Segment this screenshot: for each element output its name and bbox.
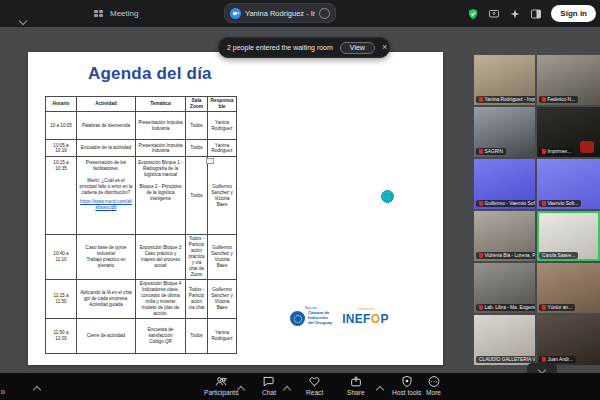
cell-actividad: Aplicando la IA en el chat gpt de cada e… [77, 280, 136, 319]
sign-in-button[interactable]: Sign in [551, 5, 596, 22]
cell-actividad: Encuadre de la actividad [77, 140, 136, 157]
gallery-icon [94, 10, 104, 18]
menti-link[interactable]: https://www.menti.com/alikbswvcq8i [79, 199, 133, 211]
muted-mic-icon [479, 201, 483, 206]
layout-panel-icon[interactable] [530, 8, 542, 20]
ciu-emblem-icon [290, 311, 305, 326]
col-header-sala-zoom: Sala Zoom [186, 97, 208, 112]
muted-mic-icon [542, 357, 546, 362]
ai-sparkle-icon[interactable] [509, 8, 521, 20]
waiting-room-message: 2 people entered the waiting room [227, 44, 333, 51]
video-tile[interactable]: Yúnior an... [537, 263, 600, 313]
cell-horario: 11:15 a 11:50 [46, 280, 77, 319]
video-tile[interactable]: Lab. Libra - Ma. Eugenia A... [474, 263, 535, 313]
cell-tematica: Presentación Impulsa Industria [136, 140, 186, 157]
cell-tematica: Exposición Bloque 4 Indicadores clave, c… [136, 280, 186, 319]
cell-horario: 10:05 a 10:10 [46, 140, 77, 157]
cell-responsable: Yanina Rodriguez [208, 140, 237, 157]
waiting-room-toast: 2 people entered the waiting room View × [218, 37, 390, 58]
participant-name-tag: Guillermo - Vaenvio Soft... [476, 200, 535, 207]
share-chevron-icon[interactable] [377, 379, 383, 397]
participant-name-tag: Yúnior an... [539, 304, 575, 311]
participants-chevron-icon[interactable] [238, 379, 244, 397]
participant-name-tag: Vidrieria Bia - Lorena, Pab... [476, 252, 535, 259]
cell-responsable: Guillermo Sanchez y Victoria Baes [208, 235, 237, 280]
slide-title: Agenda del día [88, 64, 212, 84]
meeting-toolbar: Participants 37 Chat React Share Host to… [0, 373, 600, 400]
share-label: Share [347, 389, 365, 396]
cell-actividad: Presentación de los facilitadores. Mentí… [77, 157, 136, 235]
screen-pointer-highlight [369, 178, 405, 214]
cell-horario: 10 a 10:05 [46, 112, 77, 140]
video-tile[interactable]: Federico N... [537, 55, 600, 105]
participant-name-tag: Lab. Libra - Ma. Eugenia A... [476, 304, 535, 311]
toast-close-icon[interactable]: × [382, 43, 387, 52]
host-tools-label: Host tools [392, 389, 421, 396]
video-tile[interactable]: Imprimex... [537, 107, 600, 157]
chat-button[interactable]: Chat [262, 375, 276, 396]
cell-sala: Todos [186, 112, 208, 140]
tab-more-icon[interactable] [319, 8, 330, 19]
participant-name-tag: CLAUDIO GALLETERIA VENE... [476, 356, 535, 363]
video-tile[interactable]: CLAUDIO GALLETERIA VENE... [474, 315, 535, 365]
table-row: 10:15 a 10:35 Presentación de los facili… [46, 157, 237, 235]
muted-mic-icon [542, 201, 546, 206]
zoom-camera-icon [230, 8, 241, 19]
participants-label: Participants [204, 389, 238, 396]
chat-label: Chat [262, 389, 276, 396]
cell-tematica: Encuesta de satisfacción Código QR [136, 319, 186, 354]
more-button[interactable]: More [426, 375, 441, 396]
video-tile[interactable]: SAGRIN [474, 107, 535, 157]
cell-sala: Todos [186, 319, 208, 354]
table-row: 10:40 a 11:10 Caso base de pyme industri… [46, 235, 237, 280]
participants-button[interactable]: Participants 37 [204, 375, 238, 396]
waiting-room-view-button[interactable]: View [340, 42, 375, 54]
col-header-responsable: Responsable [208, 97, 237, 112]
tab-meeting-label: Meeting [110, 9, 138, 18]
room-object [580, 141, 594, 153]
participant-name-tag: Juan Andr... [539, 356, 576, 363]
muted-mic-icon [542, 305, 546, 310]
ciu-name-label: Cámara de Industrias del Uruguay [308, 311, 332, 325]
inefop-tag-label: Cofinancia [357, 307, 374, 311]
chat-icon [262, 375, 276, 388]
security-shield-icon[interactable] [467, 8, 479, 20]
host-tools-button[interactable]: Host tools [392, 375, 421, 396]
react-button[interactable]: React [306, 375, 323, 396]
video-tile[interactable]: Guillermo - Vaenvio Soft... [474, 159, 535, 209]
agenda-table: Horario Actividad Temática Sala Zoom Res… [45, 96, 237, 354]
tab-meeting[interactable]: Meeting [86, 4, 146, 23]
cell-actividad: Caso base de pyme industrial Trabajo prá… [77, 235, 136, 280]
cell-responsable: Guillermo Sanchez y Victoria Baes [208, 157, 237, 235]
video-tile[interactable]: Vaenvio Soft... [537, 159, 600, 209]
cell-sala: Todos [186, 157, 208, 235]
share-button[interactable]: Share [347, 375, 365, 396]
muted-mic-icon [479, 305, 483, 310]
participant-name-tag: Federico N... [539, 96, 578, 103]
tab-active-meeting[interactable]: Yanina Rodriguez - Impulsa Indus [224, 3, 336, 23]
more-label: More [426, 389, 441, 396]
browser-tab-bar: Meeting Yanina Rodriguez - Impulsa Indus… [0, 0, 600, 27]
video-tile[interactable]: Yanina Rodríguez - Impulsa I... [474, 55, 535, 105]
window-chevron-icon[interactable] [20, 10, 27, 17]
ciu-logo: Ejecuta Cámara de Industrias del Uruguay [290, 306, 332, 326]
cell-actividad: Cierre de actividad [77, 319, 136, 354]
video-tile[interactable]: Juan Andr... [537, 315, 600, 365]
cell-horario: 10:40 a 11:10 [46, 235, 77, 280]
cell-horario: 11:50 a 12:00 [46, 319, 77, 354]
col-header-tematica: Temática [136, 97, 186, 112]
video-tile-active-speaker[interactable]: Carola Saave... [537, 211, 600, 261]
participant-name-tag: Carola Saave... [539, 252, 578, 259]
video-tile[interactable]: Vidrieria Bia - Lorena, Pab... [474, 211, 535, 261]
cast-icon[interactable] [488, 8, 500, 20]
table-row: 10 a 10:05 Palabras de bienvenida Presen… [46, 112, 237, 140]
footer-logos: Ejecuta Cámara de Industrias del Uruguay… [290, 306, 389, 326]
cell-responsable: Guillermo Sanchez y Victoria Baes [208, 280, 237, 319]
cell-actividad: Palabras de bienvenida [77, 112, 136, 140]
cell-sala: Todos - Participación vía chat [186, 280, 208, 319]
cutoff-chevron-icon[interactable] [34, 379, 40, 397]
muted-mic-icon [479, 149, 483, 154]
chat-chevron-icon[interactable] [284, 379, 290, 397]
comment-marker [206, 158, 214, 164]
muted-mic-icon [479, 97, 483, 102]
